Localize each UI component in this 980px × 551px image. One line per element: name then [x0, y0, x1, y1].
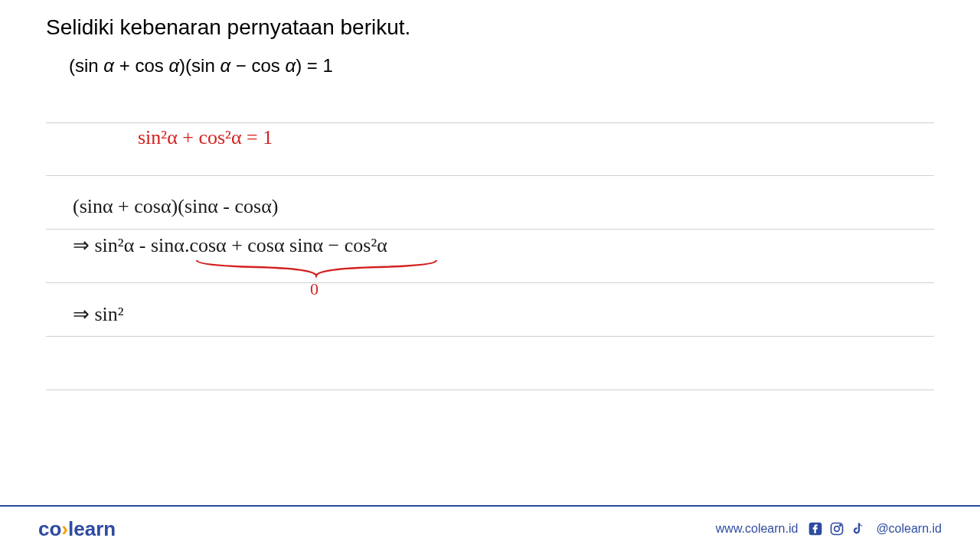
website-link[interactable]: www.colearn.id: [716, 522, 799, 536]
handwritten-expansion-3: ⇒ sin²: [73, 302, 124, 326]
handwritten-expansion-1: (sinα + cosα)(sinα - cosα): [73, 195, 278, 218]
handwritten-expansion-2: ⇒ sin²α - sinα.cosα + cosα sinα − cos²α: [73, 233, 387, 257]
footer: co›learn www.colearn.id @colearn.id: [0, 505, 980, 551]
work-area: sin²α + cos²α = 1 (sinα + cosα)(sinα - c…: [46, 107, 934, 390]
problem-equation: (sin α + cos α)(sin α − cos α) = 1: [46, 55, 934, 77]
logo: co›learn: [38, 517, 116, 541]
social-icons: [807, 520, 867, 537]
problem-title: Selidiki kebenaran pernyataan berikut.: [46, 15, 934, 40]
svg-point-3: [835, 527, 840, 532]
tiktok-icon[interactable]: [850, 520, 867, 537]
instagram-icon[interactable]: [828, 520, 845, 537]
svg-point-4: [840, 525, 841, 527]
brace-annotation: 0: [195, 256, 448, 302]
svg-text:0: 0: [310, 279, 318, 298]
facebook-icon[interactable]: [807, 520, 824, 537]
handwritten-identity: sin²α + cos²α = 1: [138, 126, 273, 149]
social-handle[interactable]: @colearn.id: [876, 522, 942, 536]
